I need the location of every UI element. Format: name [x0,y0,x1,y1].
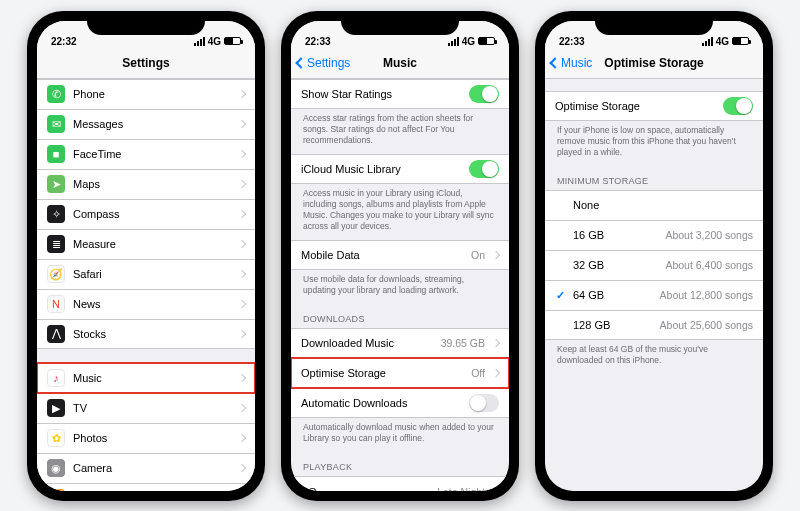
star-ratings-row[interactable]: Show Star Ratings [291,79,509,109]
checkmark-icon: ✓ [555,318,565,331]
chevron-left-icon [551,56,559,70]
storage-option-32-gb[interactable]: ✓32 GBAbout 6,400 songs [545,250,763,280]
icloud-library-row[interactable]: iCloud Music Library [291,154,509,184]
row-label: TV [73,402,231,414]
phone-music-settings: 22:33 4G Settings Music Show Star Rating… [281,11,519,501]
toggle-icon[interactable] [723,97,753,115]
compass-icon: ✧ [47,205,65,223]
optimise-storage-row[interactable]: Optimise Storage Off [291,358,509,388]
storage-option-64-gb[interactable]: ✓64 GBAbout 12,800 songs [545,280,763,310]
signal-icon [702,37,713,46]
eq-row[interactable]: EQ Late Night [291,476,509,490]
back-button[interactable]: Music [551,49,592,78]
checkmark-icon: ✓ [555,199,565,212]
camera-icon: ◉ [47,459,65,477]
downloaded-music-row[interactable]: Downloaded Music 39.65 GB [291,328,509,358]
chevron-right-icon [492,339,500,347]
option-detail: About 6,400 songs [665,259,753,271]
storage-option-none[interactable]: ✓None [545,190,763,220]
page-title: Optimise Storage [604,56,703,70]
chevron-right-icon [238,240,246,248]
chevron-right-icon [238,464,246,472]
row-label: FaceTime [73,148,231,160]
chevron-right-icon [238,270,246,278]
network-label: 4G [462,36,475,47]
row-label: Photos [73,432,231,444]
settings-row-camera[interactable]: ◉Camera [37,453,255,483]
automatic-downloads-row[interactable]: Automatic Downloads [291,388,509,418]
minimum-storage-header: MINIMUM STORAGE [545,166,763,190]
notch [87,11,205,35]
mobile-data-row[interactable]: Mobile Data On [291,240,509,270]
chevron-right-icon [238,404,246,412]
chevron-right-icon [238,434,246,442]
row-label: Music [73,372,231,384]
toggle-icon[interactable] [469,160,499,178]
mobile-note: Use mobile data for downloads, streaming… [291,270,509,304]
phone-settings: 22:32 4G Settings ✆Phone✉Messages■FaceTi… [27,11,265,501]
keep-note: Keep at least 64 GB of the music you've … [545,340,763,374]
battery-icon [732,37,749,45]
photos-icon: ✿ [47,429,65,447]
time-label: 22:32 [51,36,77,47]
chevron-right-icon [492,369,500,377]
navbar: Settings Music [291,49,509,79]
row-label: Phone [73,88,231,100]
books-icon: ▤ [47,489,65,491]
playback-header: PLAYBACK [291,452,509,476]
settings-row-stocks[interactable]: ⋀Stocks [37,319,255,349]
settings-row-phone[interactable]: ✆Phone [37,79,255,109]
option-detail: About 3,200 songs [665,229,753,241]
checkmark-icon: ✓ [555,289,565,302]
navbar: Settings [37,49,255,79]
checkmark-icon: ✓ [555,229,565,242]
stocks-icon: ⋀ [47,325,65,343]
network-label: 4G [208,36,221,47]
toggle-icon[interactable] [469,85,499,103]
safari-icon: 🧭 [47,265,65,283]
settings-row-measure[interactable]: ≣Measure [37,229,255,259]
row-label: Maps [73,178,231,190]
chevron-right-icon [238,180,246,188]
row-label: News [73,298,231,310]
notch [595,11,713,35]
settings-row-tv[interactable]: ▶TV [37,393,255,423]
option-label: 32 GB [573,259,657,271]
phone-optimise-storage: 22:33 4G Music Optimise Storage Optimise… [535,11,773,501]
settings-row-photos[interactable]: ✿Photos [37,423,255,453]
news-icon: N [47,295,65,313]
settings-row-compass[interactable]: ✧Compass [37,199,255,229]
signal-icon [194,37,205,46]
row-label: Camera [73,462,231,474]
settings-row-books[interactable]: ▤Books [37,483,255,491]
chevron-right-icon [238,329,246,337]
settings-row-safari[interactable]: 🧭Safari [37,259,255,289]
chevron-right-icon [492,251,500,259]
option-label: 16 GB [573,229,657,241]
chevron-right-icon [238,374,246,382]
storage-option-16-gb[interactable]: ✓16 GBAbout 3,200 songs [545,220,763,250]
settings-row-messages[interactable]: ✉Messages [37,109,255,139]
settings-row-maps[interactable]: ➤Maps [37,169,255,199]
settings-row-music[interactable]: ♪Music [37,363,255,393]
chevron-right-icon [238,150,246,158]
chevron-right-icon [238,300,246,308]
optimise-note: If your iPhone is low on space, automati… [545,121,763,166]
settings-row-news[interactable]: NNews [37,289,255,319]
back-button[interactable]: Settings [297,49,350,78]
row-label: Messages [73,118,231,130]
downloads-header: DOWNLOADS [291,304,509,328]
page-title: Settings [122,56,169,70]
battery-icon [224,37,241,45]
toggle-icon[interactable] [469,394,499,412]
settings-row-facetime[interactable]: ■FaceTime [37,139,255,169]
optimise-toggle-row[interactable]: Optimise Storage [545,91,763,121]
phone-icon: ✆ [47,85,65,103]
notch [341,11,459,35]
music-icon: ♪ [47,369,65,387]
storage-option-128-gb[interactable]: ✓128 GBAbout 25,600 songs [545,310,763,340]
auto-note: Automatically download music when added … [291,418,509,452]
chevron-right-icon [238,210,246,218]
facetime-icon: ■ [47,145,65,163]
row-label: Safari [73,268,231,280]
